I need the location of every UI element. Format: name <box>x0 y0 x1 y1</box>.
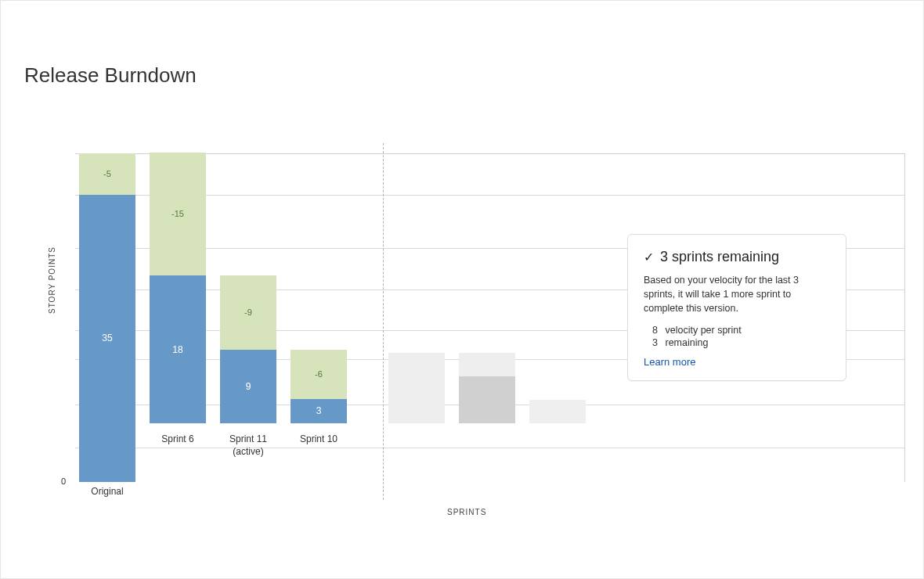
forecast-segment <box>388 353 445 423</box>
bar-segment-remaining: 35 <box>79 195 135 483</box>
check-icon: ✓ <box>644 251 654 264</box>
y-axis-label: STORY POINTS <box>48 246 56 314</box>
forecast-segment <box>529 400 586 423</box>
panel-headline-text: 3 sprints remaining <box>660 249 779 265</box>
page-title: Release Burndown <box>24 63 197 88</box>
bar-segment-completed: -5 <box>79 153 135 195</box>
learn-more-link[interactable]: Learn more <box>644 356 832 368</box>
panel-stats: 8 velocity per sprint3 remaining <box>644 325 832 348</box>
bar-segment-remaining: 18 <box>150 275 206 423</box>
forecast-segment <box>459 376 515 423</box>
bar-caption: Sprint 10 <box>300 433 337 446</box>
x-axis-label: SPRINTS <box>447 508 486 516</box>
bar-segment-completed: -6 <box>291 350 347 399</box>
app-frame: Release Burndown STORY POINTS 0 SPRINTS … <box>0 0 924 579</box>
forecast-panel: ✓ 3 sprints remaining Based on your velo… <box>627 234 846 381</box>
panel-body: Based on your velocity for the last 3 sp… <box>644 273 832 315</box>
bar-segment-remaining: 3 <box>291 399 347 424</box>
panel-headline: ✓ 3 sprints remaining <box>644 249 832 265</box>
panel-stat-row: 3 remaining <box>644 337 832 348</box>
bar-caption: Sprint 6 <box>161 433 193 446</box>
bar-segment-remaining: 9 <box>220 350 276 424</box>
forecast-segment <box>459 353 515 376</box>
bar-segment-completed: -15 <box>150 153 206 276</box>
bar-caption: Sprint 11(active) <box>229 433 267 458</box>
y-axis-zero: 0 <box>61 477 66 486</box>
panel-stat-row: 8 velocity per sprint <box>644 325 832 336</box>
bar-segment-completed: -9 <box>220 275 276 350</box>
bar-caption-origin: Original <box>75 486 139 497</box>
